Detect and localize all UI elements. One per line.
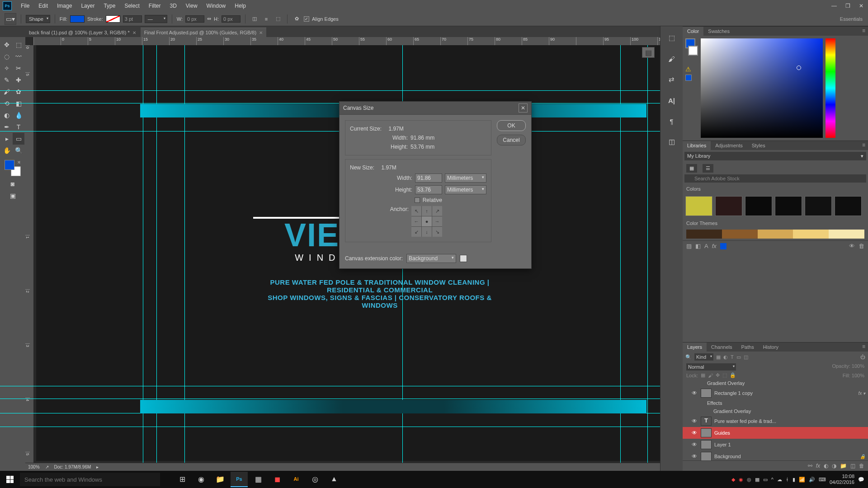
windows-search-input[interactable] — [20, 473, 160, 486]
color-theme[interactable] — [686, 230, 864, 239]
lib-view-icon[interactable]: ▦ — [686, 164, 697, 173]
filter-type-icon[interactable]: T — [731, 354, 734, 360]
hue-slider[interactable] — [826, 38, 835, 138]
lock-paint-icon[interactable]: 🖌 — [708, 373, 713, 378]
color-swatches[interactable]: ⤭ — [5, 160, 21, 176]
library-color-thumb[interactable] — [835, 196, 862, 216]
closest-color-swatch[interactable] — [685, 75, 692, 81]
hand-tool[interactable]: ✋ — [1, 145, 13, 156]
ok-button[interactable]: OK — [497, 120, 526, 131]
character-panel-icon[interactable]: A| — [665, 94, 678, 107]
path-select-tool[interactable]: ▸ — [1, 133, 13, 145]
layer-item[interactable]: Gradient Overlay — [683, 379, 868, 387]
tray-icon[interactable]: ▭ — [763, 477, 768, 483]
taskbar-app2[interactable]: ◼ — [269, 472, 286, 487]
menu-layer[interactable]: Layer — [76, 1, 99, 11]
layer-visibility-icon[interactable]: 👁 — [692, 390, 698, 396]
taskbar-photoshop[interactable]: Ps — [231, 472, 248, 487]
window-restore[interactable]: ❐ — [841, 1, 854, 10]
fg-color-swatch[interactable] — [5, 160, 14, 170]
window-minimize[interactable]: — — [827, 1, 841, 10]
link-wh-icon[interactable]: ⇔ — [207, 16, 211, 22]
layer-item[interactable]: 👁Guides — [683, 427, 868, 439]
delete-layer-icon[interactable]: 🗑 — [859, 463, 864, 469]
task-view-icon[interactable]: ⊞ — [174, 472, 191, 487]
layer-item[interactable]: 👁Rectangle 1 copyfx ▾ — [683, 387, 868, 399]
panel-menu-icon[interactable]: ≡ — [859, 141, 868, 150]
lib-add-layer-icon[interactable]: A — [704, 243, 708, 249]
relative-checkbox[interactable] — [415, 197, 420, 203]
tray-lang-icon[interactable]: ⌨ — [819, 477, 826, 483]
menu-file[interactable]: File — [16, 1, 34, 11]
new-width-input[interactable] — [415, 174, 442, 183]
fill-swatch[interactable] — [70, 15, 85, 23]
lib-add-fx-icon[interactable]: fx — [712, 243, 717, 249]
tray-icon[interactable]: ◉ — [739, 477, 743, 483]
histogram-panel-icon[interactable]: ⬚ — [665, 32, 678, 44]
filter-shape-icon[interactable]: ▭ — [736, 354, 741, 360]
menu-type[interactable]: Type — [99, 1, 120, 11]
zoom-level[interactable]: 100% — [28, 465, 40, 469]
tab-close-icon[interactable]: ✕ — [132, 30, 136, 35]
layer-item[interactable]: 👁Layer 1 — [683, 439, 868, 450]
swap-colors-icon[interactable]: ⤭ — [17, 160, 21, 164]
swatches-tab[interactable]: Swatches — [703, 27, 734, 36]
bg-swatch-mini[interactable] — [688, 46, 698, 56]
marquee-tool[interactable]: ◌ — [1, 51, 13, 62]
width-input[interactable]: 0 px — [185, 15, 204, 23]
menu-help[interactable]: Help — [230, 1, 250, 11]
stroke-style-dropdown[interactable]: — — [145, 15, 167, 23]
path-combine-icon[interactable]: ◫ — [250, 14, 259, 23]
menu-filter[interactable]: Filter — [144, 1, 165, 11]
start-button[interactable] — [0, 471, 20, 488]
align-edges-checkbox[interactable]: ✓ — [304, 16, 309, 22]
stroke-swatch[interactable] — [106, 15, 120, 23]
width-unit-select[interactable]: Millimeters — [445, 174, 486, 183]
lib-add-graphic-icon[interactable]: ▨ — [686, 243, 692, 249]
group-icon[interactable]: 📁 — [840, 463, 847, 469]
filter-toggle[interactable]: ⏻ — [860, 354, 865, 360]
adjustments-panel-icon[interactable]: ⇄ — [665, 73, 678, 86]
ruler-horizontal[interactable]: 0510152025303540455055606570758085909510… — [33, 37, 660, 45]
lock-trans-icon[interactable]: ▦ — [701, 372, 705, 378]
library-color-thumb[interactable] — [805, 196, 832, 216]
eraser-tool[interactable]: ◧ — [13, 98, 24, 109]
history-tab[interactable]: History — [759, 343, 783, 352]
paths-tab[interactable]: Paths — [737, 343, 759, 352]
menu-edit[interactable]: Edit — [34, 1, 52, 11]
libraries-tab[interactable]: Libraries — [683, 141, 711, 150]
taskbar-chrome[interactable]: ◉ — [193, 472, 210, 487]
adjustment-layer-icon[interactable]: ◑ — [832, 463, 836, 469]
new-layer-icon[interactable]: ◫ — [850, 463, 855, 469]
stamp-tool[interactable]: ✿ — [13, 86, 24, 98]
path-arrange-icon[interactable]: ⬚ — [274, 14, 283, 23]
cancel-button[interactable]: Cancel — [497, 135, 526, 145]
height-input[interactable]: 0 px — [222, 15, 241, 23]
filter-icon[interactable]: 🔍 — [685, 354, 692, 360]
paragraph-panel-icon[interactable]: ¶ — [665, 115, 678, 127]
lock-all-icon[interactable]: 🔒 — [730, 372, 736, 378]
library-color-thumb[interactable] — [745, 196, 772, 216]
layer-item[interactable]: 👁Background🔒 — [683, 450, 868, 460]
styles-tab[interactable]: Styles — [747, 141, 770, 150]
menu-image[interactable]: Image — [52, 1, 76, 11]
taskbar-explorer[interactable]: 📁 — [212, 472, 229, 487]
ext-color-swatch[interactable] — [460, 255, 467, 262]
new-height-input[interactable] — [415, 185, 442, 194]
tray-bluetooth-icon[interactable]: ᚼ — [786, 477, 789, 482]
heal-tool[interactable]: ✚ — [13, 74, 24, 86]
filter-adjust-icon[interactable]: ◐ — [723, 354, 728, 360]
layers-tab[interactable]: Layers — [683, 343, 707, 352]
layer-item[interactable]: 👁TPure water fed pole & trad... — [683, 415, 868, 427]
menu-window[interactable]: Window — [202, 1, 231, 11]
tab-close-icon[interactable]: ✕ — [259, 30, 263, 35]
zoom-tool[interactable]: 🔍 — [13, 145, 24, 156]
shape-mode-dropdown[interactable]: Shape — [26, 15, 50, 23]
blend-mode-dropdown[interactable]: Normal — [686, 363, 736, 371]
shape-options-icon[interactable]: ✿ — [292, 14, 301, 23]
lib-add-color-icon[interactable] — [720, 243, 726, 249]
filter-kind-dropdown[interactable]: Kind — [694, 353, 713, 361]
tray-onedrive-icon[interactable]: ☁ — [777, 477, 782, 483]
view-extras-button[interactable]: ▤ — [642, 47, 655, 58]
panel-menu-icon[interactable]: ≡ — [859, 343, 868, 352]
